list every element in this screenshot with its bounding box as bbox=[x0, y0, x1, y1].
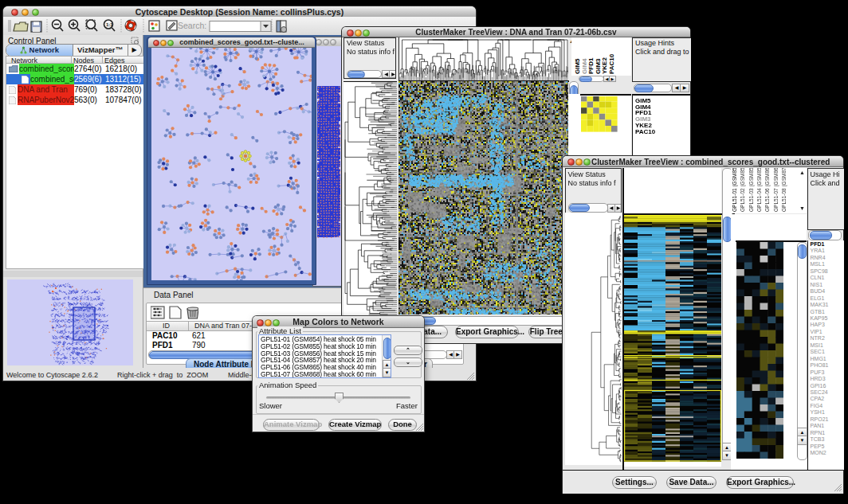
svg-text:Search:: Search: bbox=[178, 21, 206, 30]
svg-text:GPL51-03 (GSM856): GPL51-03 (GSM856) bbox=[748, 168, 755, 212]
svg-text:GPL51-02 (GSM855): GPL51-02 (GSM855) bbox=[740, 168, 746, 212]
svg-text:PAC10: PAC10 bbox=[608, 53, 615, 74]
svg-text:GPL51-04 (GSM857): GPL51-04 (GSM857) bbox=[756, 168, 763, 212]
svg-text:GPL51-07 (GSM868): GPL51-07 (GSM868) bbox=[773, 168, 779, 212]
svg-text:1:1: 1:1 bbox=[106, 22, 113, 27]
svg-text:GPL51-01 (GSM854): GPL51-01 (GSM854) bbox=[732, 168, 738, 212]
svg-text:GPL51-08 (GSM872): GPL51-08 (GSM872) bbox=[781, 168, 787, 212]
svg-text:GPL51-06 (GSM865): GPL51-06 (GSM865) bbox=[764, 168, 771, 212]
